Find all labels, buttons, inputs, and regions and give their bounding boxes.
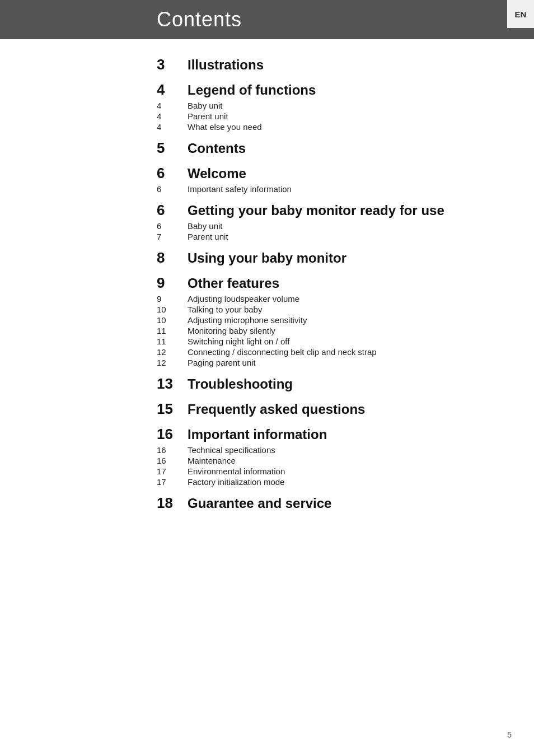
toc-main-entry: 15Frequently asked questions xyxy=(157,400,500,418)
toc-section: 4Legend of functions4Baby unit4Parent un… xyxy=(157,81,500,132)
toc-main-entry: 16Important information xyxy=(157,426,500,443)
toc-page-number-large: 13 xyxy=(157,375,188,393)
toc-page-number-small: 4 xyxy=(157,111,188,121)
toc-main-entry: 6Getting your baby monitor ready for use xyxy=(157,202,500,219)
toc-title-large: Important information xyxy=(188,427,327,442)
toc-section: 9Other features9Adjusting loudspeaker vo… xyxy=(157,274,500,367)
toc-page-number-small: 12 xyxy=(157,347,188,357)
toc-sub-entries: 16Technical specifications16Maintenance1… xyxy=(157,445,500,487)
language-badge: EN xyxy=(507,0,534,28)
toc-page-number-large: 6 xyxy=(157,165,188,182)
toc-page-number-small: 4 xyxy=(157,122,188,132)
toc-title-small: Adjusting loudspeaker volume xyxy=(188,294,299,304)
toc-title-small: What else you need xyxy=(188,122,262,132)
toc-page-number-small: 17 xyxy=(157,477,188,487)
toc-title-large: Illustrations xyxy=(188,57,264,73)
toc-sub-entry: 11Monitoring baby silently xyxy=(157,326,500,335)
toc-page-number-small: 10 xyxy=(157,305,188,314)
toc-title-small: Factory initialization mode xyxy=(188,477,284,487)
toc-sub-entry: 10Adjusting microphone sensitivity xyxy=(157,315,500,325)
toc-page-number-large: 16 xyxy=(157,426,188,443)
toc-title-large: Legend of functions xyxy=(188,82,316,98)
toc-section: 6Welcome6Important safety information xyxy=(157,165,500,194)
toc-title-small: Environmental information xyxy=(188,466,285,476)
toc-page-number-large: 4 xyxy=(157,81,188,99)
toc-sub-entry: 4Parent unit xyxy=(157,111,500,121)
toc-page-number-large: 9 xyxy=(157,274,188,292)
toc-sub-entries: 9Adjusting loudspeaker volume10Talking t… xyxy=(157,294,500,367)
toc-page-number-large: 6 xyxy=(157,202,188,219)
toc-title-large: Frequently asked questions xyxy=(188,402,365,417)
page-container: Contents EN 3Illustrations4Legend of fun… xyxy=(0,0,534,756)
toc-main-entry: 6Welcome xyxy=(157,165,500,182)
toc-page-number-small: 17 xyxy=(157,466,188,476)
toc-title-small: Parent unit xyxy=(188,111,228,121)
toc-title-large: Getting your baby monitor ready for use xyxy=(188,203,444,218)
toc-title-small: Maintenance xyxy=(188,456,236,465)
toc-page-number-small: 11 xyxy=(157,337,188,346)
toc-title-small: Talking to your baby xyxy=(188,305,262,314)
toc-section: 8Using your baby monitor xyxy=(157,249,500,267)
toc-title-large: Using your baby monitor xyxy=(188,250,346,266)
toc-title-small: Important safety information xyxy=(188,184,292,194)
toc-page-number-small: 16 xyxy=(157,445,188,455)
toc-page-number-large: 15 xyxy=(157,400,188,418)
toc-section: 13Troubleshooting xyxy=(157,375,500,393)
toc-page-number-small: 9 xyxy=(157,294,188,304)
page-title: Contents xyxy=(0,8,242,31)
toc-title-large: Contents xyxy=(188,141,246,156)
toc-main-entry: 5Contents xyxy=(157,139,500,157)
toc-page-number-large: 8 xyxy=(157,249,188,267)
toc-title-small: Connecting / disconnecting belt clip and… xyxy=(188,347,377,357)
toc-section: 6Getting your baby monitor ready for use… xyxy=(157,202,500,241)
toc-section: 18Guarantee and service xyxy=(157,494,500,512)
toc-page-number-small: 12 xyxy=(157,358,188,367)
toc-sub-entry: 6Important safety information xyxy=(157,184,500,194)
toc-title-small: Adjusting microphone sensitivity xyxy=(188,315,307,325)
toc-title-small: Baby unit xyxy=(188,221,223,231)
toc-sub-entry: 17Environmental information xyxy=(157,466,500,476)
toc-page-number-small: 16 xyxy=(157,456,188,465)
toc-content: 3Illustrations4Legend of functions4Baby … xyxy=(0,39,534,553)
toc-sub-entries: 6Baby unit7Parent unit xyxy=(157,221,500,241)
toc-main-entry: 8Using your baby monitor xyxy=(157,249,500,267)
toc-section: 15Frequently asked questions xyxy=(157,400,500,418)
toc-section: 5Contents xyxy=(157,139,500,157)
toc-title-small: Baby unit xyxy=(188,101,223,110)
toc-page-number-small: 10 xyxy=(157,315,188,325)
toc-main-entry: 13Troubleshooting xyxy=(157,375,500,393)
toc-sub-entries: 6Important safety information xyxy=(157,184,500,194)
toc-sub-entry: 16Technical specifications xyxy=(157,445,500,455)
toc-page-number-small: 6 xyxy=(157,184,188,194)
toc-sub-entry: 7Parent unit xyxy=(157,232,500,241)
toc-page-number-large: 3 xyxy=(157,56,188,73)
toc-page-number-small: 11 xyxy=(157,326,188,335)
toc-title-large: Troubleshooting xyxy=(188,376,293,392)
toc-title-small: Technical specifications xyxy=(188,445,275,455)
toc-page-number-small: 4 xyxy=(157,101,188,110)
toc-page-number-small: 6 xyxy=(157,221,188,231)
toc-section: 3Illustrations xyxy=(157,56,500,73)
toc-main-entry: 3Illustrations xyxy=(157,56,500,73)
toc-sub-entry: 9Adjusting loudspeaker volume xyxy=(157,294,500,304)
toc-sub-entry: 11Switching night light on / off xyxy=(157,337,500,346)
toc-page-number-large: 5 xyxy=(157,139,188,157)
toc-main-entry: 4Legend of functions xyxy=(157,81,500,99)
toc-sub-entries: 4Baby unit4Parent unit4What else you nee… xyxy=(157,101,500,132)
toc-title-large: Guarantee and service xyxy=(188,496,331,511)
toc-title-small: Parent unit xyxy=(188,232,228,241)
toc-sub-entry: 12Connecting / disconnecting belt clip a… xyxy=(157,347,500,357)
toc-main-entry: 18Guarantee and service xyxy=(157,494,500,512)
toc-title-large: Welcome xyxy=(188,166,246,181)
toc-sub-entry: 4Baby unit xyxy=(157,101,500,110)
toc-sub-entry: 12Paging parent unit xyxy=(157,358,500,367)
toc-sub-entry: 6Baby unit xyxy=(157,221,500,231)
toc-title-large: Other features xyxy=(188,276,279,291)
toc-title-small: Paging parent unit xyxy=(188,358,256,367)
toc-sub-entry: 4What else you need xyxy=(157,122,500,132)
toc-sub-entry: 10Talking to your baby xyxy=(157,305,500,314)
toc-title-small: Monitoring baby silently xyxy=(188,326,275,335)
toc-page-number-small: 7 xyxy=(157,232,188,241)
toc-title-small: Switching night light on / off xyxy=(188,337,289,346)
toc-sub-entry: 16Maintenance xyxy=(157,456,500,465)
